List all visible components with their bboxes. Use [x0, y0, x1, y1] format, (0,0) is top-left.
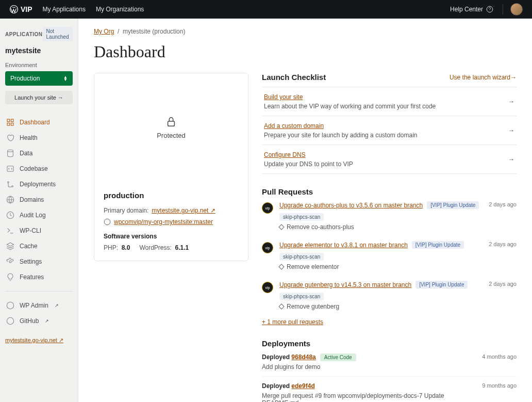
sidebar-item-audit-log[interactable]: Audit Log — [5, 207, 73, 223]
checklist-item-title[interactable]: Add a custom domain — [264, 122, 324, 130]
wp-icon — [6, 301, 14, 310]
wp-logo-icon — [9, 5, 19, 14]
checklist-item-title[interactable]: Configure DNS — [264, 151, 306, 158]
sidebar-item-health[interactable]: Health — [5, 130, 73, 146]
pr-title-link[interactable]: Upgrade co-authors-plus to v3.5.6 on mas… — [279, 202, 423, 209]
arrow-right-icon[interactable]: → — [508, 126, 514, 134]
pr-remove-text: Remove gutenberg — [287, 303, 339, 310]
primary-domain-link[interactable]: mytestsite.go-vip.net ↗ — [152, 207, 215, 214]
user-avatar[interactable] — [510, 3, 523, 15]
sidebar-item-dashboard[interactable]: Dashboard — [5, 115, 73, 130]
bulb-icon — [6, 273, 14, 281]
svg-point-8 — [8, 182, 9, 183]
launch-site-button[interactable]: Launch your site → — [5, 91, 73, 104]
svg-rect-15 — [168, 121, 175, 126]
checklist-item[interactable]: Build your siteLearn about the VIP way o… — [262, 87, 517, 116]
pr-avatar-icon: vip — [262, 242, 273, 253]
not-launched-badge: Not Launched — [43, 27, 73, 41]
pr-avatar-icon: vip — [262, 202, 273, 214]
sidebar-item-cache[interactable]: Cache — [5, 238, 73, 254]
svg-rect-4 — [7, 123, 10, 125]
checklist-item-desc: Prepare your site for launch by adding a… — [264, 132, 418, 139]
wp-version: 6.1.1 — [175, 244, 189, 251]
github-icon — [104, 218, 111, 226]
external-links-list: WP Admin↗GitHub↗ — [5, 298, 73, 329]
nav-list: DashboardHealthDataCodebaseDeploymentsDo… — [5, 115, 73, 285]
pr-tag: [VIP] Plugin Update — [412, 241, 464, 249]
sidebar-item-label: Cache — [20, 243, 38, 250]
terminal-icon — [6, 227, 14, 235]
software-versions-title: Software versions — [104, 233, 239, 240]
pr-remove-text: Remove co-authors-plus — [287, 223, 354, 231]
pr-title-link[interactable]: Upgrade gutenberg to v14.5.3 on master b… — [279, 281, 411, 288]
sidebar-item-label: Audit Log — [20, 212, 46, 219]
sidebar-item-label: Data — [20, 150, 32, 157]
launch-checklist-title: Launch Checklist — [262, 73, 326, 82]
sidebar-item-codebase[interactable]: Codebase — [5, 161, 73, 176]
sidebar-ext-wp-admin[interactable]: WP Admin↗ — [5, 298, 73, 313]
deployment-hash-link[interactable]: ede9f4d — [291, 382, 314, 390]
diamond-icon — [278, 303, 284, 309]
sidebar-item-domains[interactable]: Domains — [5, 192, 73, 207]
svg-rect-7 — [7, 166, 13, 172]
deployment-desc: Merge pull request #9 from wpcomvip/depl… — [262, 392, 476, 402]
app-name: mytestsite — [5, 46, 73, 55]
svg-rect-5 — [11, 123, 13, 125]
pr-remove-text: Remove elementor — [287, 263, 339, 270]
pull-requests-list: vip Upgrade co-authors-plus to v3.5.6 on… — [262, 196, 517, 315]
repo-link[interactable]: wpcomvip/my-org-mytestsite:master — [114, 218, 213, 226]
layers-icon — [6, 242, 14, 250]
sidebar-item-label: Codebase — [20, 165, 48, 172]
sidebar-item-deployments[interactable]: Deployments — [5, 176, 73, 192]
pr-tag: [VIP] Plugin Update — [427, 201, 479, 209]
sidebar-item-wp-cli[interactable]: WP-CLI — [5, 223, 73, 238]
page-title: Dashboard — [94, 42, 517, 61]
more-pull-requests-link[interactable]: + 1 more pull requests — [262, 318, 323, 326]
pull-requests-title: Pull Requests — [262, 187, 517, 196]
sidebar-item-label: Features — [20, 274, 44, 281]
pr-tag: [VIP] Plugin Update — [415, 281, 468, 288]
checklist-item-desc: Update your DNS to point to VIP — [264, 160, 353, 168]
production-card: Protected production Primary domain: myt… — [94, 73, 248, 261]
main-content: My Org / mytestsite (production) Dashboa… — [78, 19, 532, 402]
pr-timestamp: 2 days ago — [489, 241, 517, 247]
sidebar: APPLICATION Not Launched mytestsite Envi… — [0, 19, 78, 402]
arrow-right-icon[interactable]: → — [508, 98, 514, 105]
nav-my-organizations[interactable]: My Organizations — [96, 6, 144, 13]
arrow-right-icon[interactable]: → — [508, 155, 514, 163]
code-box-icon — [6, 165, 14, 173]
svg-point-9 — [12, 186, 13, 187]
grid-icon — [6, 118, 14, 126]
lock-icon — [165, 116, 177, 127]
environment-selector[interactable]: Production ▲▼ — [5, 71, 73, 86]
checklist-item[interactable]: Configure DNSUpdate your DNS to point to… — [262, 144, 517, 174]
help-center[interactable]: Help Center — [450, 4, 503, 14]
checklist-item-desc: Learn about the VIP way of working and c… — [264, 103, 436, 110]
deployment-item: Deployed ede9f4d Merge pull request #9 f… — [262, 376, 517, 402]
pr-tag: skip-phpcs-scan — [279, 293, 324, 300]
php-version: 8.0 — [122, 244, 130, 251]
sidebar-item-features[interactable]: Features — [5, 269, 73, 285]
logo[interactable]: VIP — [9, 5, 32, 14]
pr-title-link[interactable]: Upgrade elementor to v3.8.1 on master br… — [279, 242, 408, 249]
breadcrumb-org[interactable]: My Org — [94, 28, 114, 35]
deployed-label: Deployed — [262, 382, 290, 390]
pull-request-item: vip Upgrade gutenberg to v14.5.3 on mast… — [262, 276, 517, 315]
launch-wizard-link[interactable]: Use the launch wizard→ — [450, 74, 517, 81]
deployments-title: Deployments — [262, 339, 517, 348]
sidebar-ext-github[interactable]: GitHub↗ — [5, 313, 73, 329]
gear-icon — [6, 258, 14, 266]
env-title: production — [104, 191, 239, 200]
logo-text: VIP — [21, 5, 32, 13]
sidebar-item-label: Settings — [20, 258, 42, 265]
svg-point-16 — [104, 219, 110, 225]
checklist-item[interactable]: Add a custom domainPrepare your site for… — [262, 116, 517, 144]
protected-preview: Protected — [94, 73, 248, 182]
deployment-hash-link[interactable]: 968d48a — [291, 353, 315, 361]
pr-avatar-icon: vip — [262, 282, 273, 293]
domain-link[interactable]: mytestsite.go-vip.net ↗ — [5, 337, 63, 344]
checklist-item-title[interactable]: Build your site — [264, 93, 303, 101]
sidebar-item-data[interactable]: Data — [5, 146, 73, 161]
sidebar-item-settings[interactable]: Settings — [5, 254, 73, 269]
nav-my-applications[interactable]: My Applications — [43, 6, 86, 13]
